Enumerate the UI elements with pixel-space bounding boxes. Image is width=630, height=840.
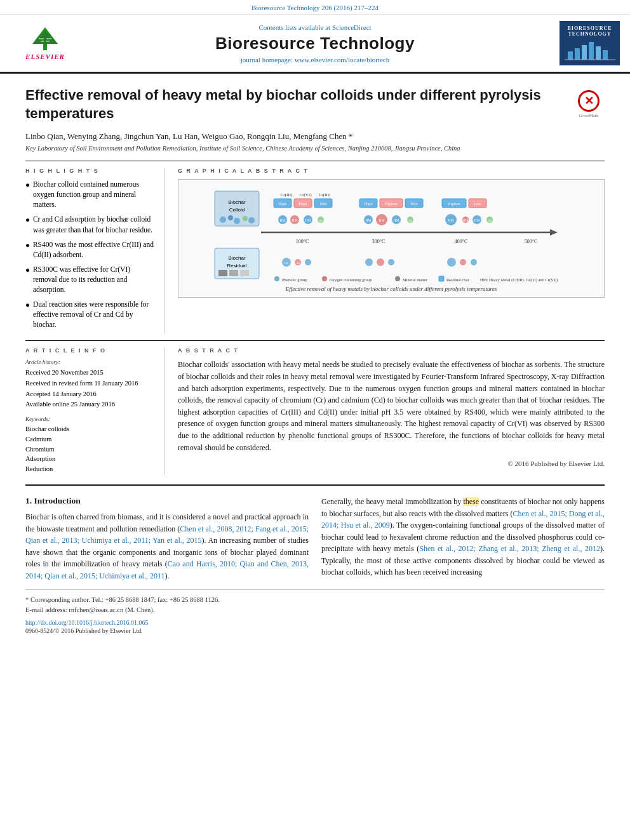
svg-point-88 — [274, 276, 279, 281]
svg-text:HM: HM — [305, 218, 311, 222]
highlights-list: ● Biochar colloid contained numerous oxy… — [25, 179, 156, 330]
svg-text:Mineral matter: Mineral matter — [403, 277, 428, 282]
bullet-icon: ● — [25, 265, 30, 295]
keyword-item: Chromium — [25, 444, 156, 455]
svg-marker-23 — [550, 229, 558, 236]
list-item: ● RS400 was the most effective Cr(III) a… — [25, 239, 156, 260]
highlights-col: H I G H L I G H T S ● Biochar colloid co… — [25, 168, 165, 334]
svg-text:Biochar: Biochar — [228, 255, 245, 261]
svg-text:Cr(III): Cr(III) — [319, 192, 331, 197]
elsevier-tree-icon — [26, 26, 64, 51]
issn-line: 0960-8524/© 2016 Published by Elsevier L… — [25, 627, 605, 634]
svg-text:400°C: 400°C — [455, 239, 468, 244]
svg-text:Phenolic group: Phenolic group — [282, 277, 307, 282]
journal-title-main: Bioresource Technology — [80, 34, 550, 53]
svg-point-86 — [460, 259, 466, 265]
intro-two-col: 1. Introduction Biochar is often charred… — [25, 496, 605, 582]
journal-homepage: journal homepage: www.elsevier.com/locat… — [80, 56, 550, 63]
graphical-heading: G R A P H I C A L A B S T R A C T — [178, 168, 605, 174]
keyword-item: Cadmium — [25, 434, 156, 444]
abstract-col: A B S T R A C T Biochar colloids' associ… — [178, 347, 605, 474]
svg-text:Colloid: Colloid — [229, 207, 245, 213]
bullet-icon: ● — [25, 240, 30, 260]
svg-rect-11 — [596, 46, 601, 60]
graphical-caption: Effective removal of heavy metals by bio… — [286, 286, 497, 292]
svg-rect-10 — [589, 42, 594, 60]
keywords-heading: Keywords: — [25, 416, 156, 422]
intro-left: 1. Introduction Biochar is often charred… — [25, 496, 309, 582]
svg-text:HM: Heavy Metal (Cr(III), Cd( : HM: Heavy Metal (Cr(III), Cd( II) and Cr… — [480, 277, 558, 283]
svg-point-82 — [365, 258, 373, 266]
crossmark-circle: ✕ — [578, 90, 600, 112]
received-date: Received 20 November 2015 — [25, 368, 156, 378]
svg-text:HM: HM — [292, 218, 298, 222]
svg-rect-74 — [218, 270, 227, 276]
svg-point-20 — [243, 216, 248, 221]
accepted-date: Accepted 14 January 2016 — [25, 390, 156, 399]
graphical-abstract-col: G R A P H I C A L A B S T R A C T Biocha… — [178, 168, 605, 334]
introduction-section: 1. Introduction Biochar is often charred… — [25, 496, 605, 634]
journal-center: Contents lists available at ScienceDirec… — [80, 23, 550, 63]
svg-text:HM: HM — [394, 218, 399, 222]
svg-point-83 — [377, 258, 384, 266]
right-logo: BIORESOURCE TECHNOLOGY — [550, 21, 620, 65]
list-item: ● Cr and Cd adsorption by biochar colloi… — [25, 214, 156, 234]
abstract-text: Biochar colloids' association with heavy… — [178, 359, 605, 453]
svg-text:Highest: Highest — [385, 201, 398, 206]
svg-point-87 — [471, 259, 477, 265]
svg-rect-75 — [229, 270, 238, 276]
list-item: ● RS300C was effective for Cr(VI) remova… — [25, 264, 156, 295]
revised-date: Received in revised form 11 January 2016 — [25, 379, 156, 389]
svg-text:HM: HM — [448, 218, 454, 222]
abstract-heading: A B S T R A C T — [178, 347, 605, 354]
svg-text:Low: Low — [474, 201, 481, 206]
svg-text:500°C: 500°C — [525, 239, 538, 244]
copyright-line: © 2016 Published by Elsevier Ltd. — [178, 460, 605, 467]
graphical-abstract-image: Biochar Colloid 100°C 300°C 400°C 500°C — [184, 185, 599, 283]
svg-text:High: High — [279, 201, 288, 206]
doi-link[interactable]: http://dx.doi.org/10.1016/j.biortech.201… — [25, 619, 605, 626]
svg-point-17 — [220, 217, 226, 223]
svg-text:100°C: 100°C — [296, 239, 309, 244]
svg-rect-7 — [568, 51, 573, 60]
svg-text:Cr(III): Cr(III) — [281, 192, 293, 197]
svg-rect-12 — [603, 50, 608, 60]
bioresource-logo-right: BIORESOURCE TECHNOLOGY — [560, 21, 620, 65]
svg-text:Cr(VI): Cr(VI) — [299, 192, 312, 197]
svg-text:Residual: Residual — [227, 263, 246, 269]
crossmark-icon: ✕ CrossMark — [573, 90, 605, 118]
svg-text:Mid: Mid — [411, 201, 419, 206]
affiliation-line: Key Laboratory of Soil Environment and P… — [25, 145, 560, 152]
highlights-graphical-section: H I G H L I G H T S ● Biochar colloid co… — [25, 161, 605, 334]
keyword-item: Adsorption — [25, 454, 156, 464]
svg-text:Residual char: Residual char — [446, 277, 469, 282]
journal-ref: Bioresource Technology 206 (2016) 217–22… — [251, 4, 379, 11]
article-history-heading: Article history: — [25, 359, 156, 365]
intro-right: Generally, the heavy metal immobilizatio… — [321, 496, 605, 582]
section-title: 1. Introduction — [25, 496, 309, 506]
article-title-section: Effective removal of heavy metal by bioc… — [25, 74, 605, 161]
footnote-section: * Corresponding author. Tel.: +86 25 868… — [25, 589, 605, 634]
svg-rect-8 — [575, 48, 580, 60]
keyword-item: Reduction — [25, 464, 156, 474]
svg-text:300°C: 300°C — [372, 239, 385, 244]
article-main-title: Effective removal of heavy metal by bioc… — [25, 86, 560, 123]
list-item: ● Biochar colloid contained numerous oxy… — [25, 179, 156, 210]
svg-text:HM: HM — [379, 218, 385, 222]
keyword-item: Biochar colloids — [25, 424, 156, 434]
svg-rect-94 — [439, 276, 444, 281]
svg-text:High: High — [299, 201, 308, 206]
svg-rect-0 — [43, 44, 47, 50]
svg-point-81 — [305, 259, 311, 265]
svg-text:HM: HM — [474, 218, 480, 222]
svg-text:High: High — [365, 201, 373, 206]
svg-text:Biochar: Biochar — [228, 199, 245, 205]
svg-text:Mid: Mid — [320, 201, 328, 206]
svg-point-84 — [388, 259, 394, 265]
graphical-image-box: Biochar Colloid 100°C 300°C 400°C 500°C — [178, 179, 605, 298]
article-info-heading: A R T I C L E I N F O — [25, 347, 156, 354]
list-item: ● Dual reaction sites were responsible f… — [25, 299, 156, 330]
svg-text:Oxygen containing group: Oxygen containing group — [330, 277, 372, 282]
science-direct-link[interactable]: ScienceDirect — [332, 23, 372, 31]
article-info-abstract-section: A R T I C L E I N F O Article history: R… — [25, 340, 605, 474]
